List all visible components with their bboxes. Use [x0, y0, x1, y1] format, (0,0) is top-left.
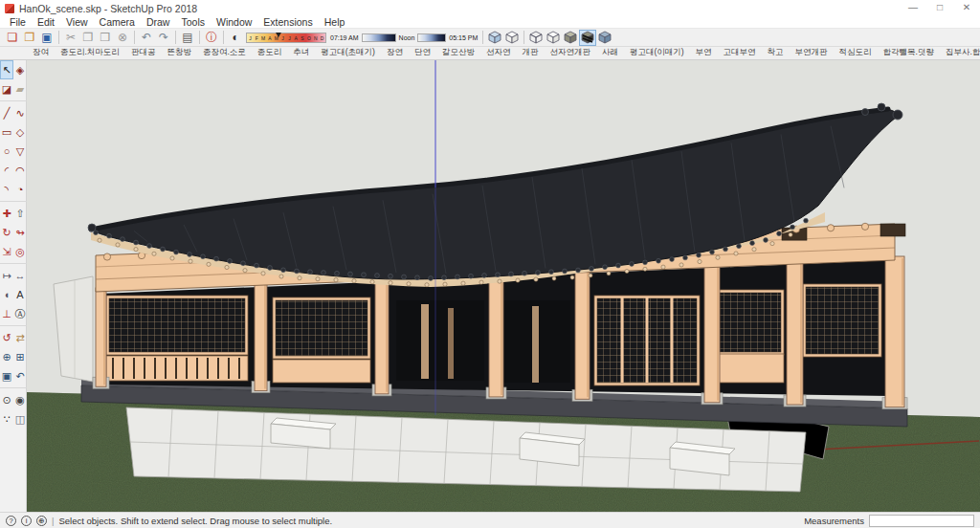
rectangle-tool[interactable]: ▭ — [0, 122, 13, 142]
time-slider-track-2[interactable] — [417, 33, 446, 42]
scene-tab[interactable]: 추녀 — [287, 47, 315, 59]
scene-tab[interactable]: 평고대(이매기) — [624, 47, 690, 59]
face-style-hidden-line-button[interactable] — [545, 30, 562, 46]
eraser-tool[interactable]: ▰ — [13, 79, 27, 99]
zoom-tool[interactable]: ⊕ — [0, 347, 13, 366]
scene-tab[interactable]: 종도리 — [252, 47, 288, 59]
geolocation-globe-icon[interactable]: ⊕ — [36, 516, 47, 526]
position-camera-tool[interactable]: ⊙ — [0, 390, 13, 409]
scene-tab[interactable]: 종장여.소로 — [197, 47, 252, 59]
cut-button[interactable]: ✂ — [62, 30, 79, 46]
maximize-button[interactable]: □ — [926, 0, 953, 16]
walk-tool[interactable]: ∵ — [0, 409, 13, 429]
orbit-tool[interactable]: ↺ — [0, 328, 13, 347]
offset-tool[interactable]: ◎ — [13, 242, 27, 261]
scene-tab[interactable]: 판대공 — [125, 47, 162, 59]
previous-tool[interactable]: ↶ — [13, 366, 27, 385]
copy-button[interactable]: ❐ — [79, 30, 97, 46]
new-button[interactable]: ❏ — [4, 30, 21, 46]
model-info-button[interactable]: ⓘ — [203, 30, 220, 46]
close-button[interactable]: ✕ — [953, 0, 980, 16]
info-circle-icon[interactable]: i — [21, 516, 32, 526]
select-tool[interactable]: ↖ — [0, 60, 13, 79]
scene-tab[interactable]: 선자연개판 — [544, 47, 596, 59]
scene-tab[interactable]: 고대부연 — [718, 47, 762, 59]
pie-tool[interactable]: ◔ — [13, 180, 27, 199]
make-component-tool[interactable]: ◈ — [13, 60, 27, 79]
paint-bucket-tool[interactable]: ◪ — [0, 79, 13, 99]
menu-view[interactable]: View — [60, 16, 94, 28]
menu-draw[interactable]: Draw — [141, 16, 176, 28]
face-style-monochrome-button[interactable] — [596, 30, 613, 46]
menu-tools[interactable]: Tools — [175, 16, 211, 28]
follow-me-tool[interactable]: ↬ — [13, 223, 27, 242]
print-button[interactable]: ▤ — [179, 30, 196, 46]
pan-tool[interactable]: ⇄ — [13, 328, 27, 347]
scene-tab[interactable]: 선자연 — [480, 47, 517, 59]
save-button[interactable]: ▣ — [38, 30, 56, 46]
tape-measure-tool[interactable]: ↦ — [0, 266, 13, 285]
move-tool[interactable]: ✚ — [0, 204, 13, 223]
scene-tab[interactable]: 합각뺄목.덧량 — [878, 47, 940, 59]
erase-button[interactable]: ⊗ — [114, 30, 131, 46]
scene-tab[interactable]: 부연 — [690, 47, 718, 59]
3d-text-tool[interactable]: Ⓐ — [13, 304, 27, 323]
minimize-button[interactable]: — — [900, 0, 926, 16]
text-tool[interactable]: A — [13, 285, 27, 304]
rotate-tool[interactable]: ↻ — [0, 223, 13, 242]
scale-tool[interactable]: ⇲ — [0, 242, 13, 261]
dimension-tool[interactable]: ↔ — [13, 266, 27, 285]
3d-viewport[interactable] — [27, 60, 980, 512]
polygon-tool[interactable]: ▽ — [13, 142, 27, 161]
freehand-tool[interactable]: ∿ — [13, 103, 27, 122]
section-plane-tool[interactable]: ◫ — [13, 409, 27, 429]
undo-button[interactable]: ↶ — [138, 30, 155, 46]
scene-tab[interactable]: 종도리.처마도리 — [55, 47, 125, 59]
measurements-input[interactable] — [869, 515, 974, 527]
protractor-tool[interactable]: ◖ — [0, 285, 13, 304]
3-point-arc-tool[interactable]: ◝ — [0, 180, 13, 199]
menu-edit[interactable]: Edit — [32, 16, 60, 28]
scene-tab[interactable]: 단연 — [409, 47, 436, 59]
menu-camera[interactable]: Camera — [94, 16, 141, 28]
scene-tab[interactable]: 평고대(초매기) — [315, 47, 381, 59]
scene-tab[interactable]: 부연개판 — [790, 47, 834, 59]
menu-file[interactable]: File — [4, 16, 32, 28]
redo-button[interactable]: ↷ — [155, 30, 172, 46]
scene-tab[interactable]: 뜬창방 — [161, 47, 197, 59]
shadow-toggle-button[interactable]: ◐ — [227, 30, 244, 46]
scene-tab[interactable]: 사래 — [596, 47, 624, 59]
scene-tab[interactable]: 장여 — [27, 47, 55, 59]
face-style-wireframe-button[interactable] — [527, 30, 545, 46]
menu-help[interactable]: Help — [319, 16, 351, 28]
open-button[interactable]: ❐ — [21, 30, 38, 46]
face-style-x-ray-button[interactable] — [486, 30, 503, 46]
rotated-rectangle-tool[interactable]: ◇ — [13, 122, 27, 142]
shadow-time-slider[interactable]: 07:19 AM Noon 05:15 PM — [330, 33, 478, 42]
scene-tab[interactable]: 착고 — [762, 47, 790, 59]
scene-tab[interactable]: 개판 — [516, 47, 544, 59]
line-tool[interactable]: ╱ — [0, 103, 13, 122]
zoom-extents-tool[interactable]: ▣ — [0, 366, 13, 385]
paste-button[interactable]: ❒ — [97, 30, 114, 46]
scene-tab[interactable]: 장연 — [381, 47, 409, 59]
scene-tab[interactable]: 적심도리 — [834, 47, 878, 59]
axes-tool[interactable]: ⊥ — [0, 304, 13, 323]
help-circle-icon[interactable]: ? — [6, 516, 16, 526]
push-pull-tool[interactable]: ⇧ — [13, 204, 27, 223]
circle-tool[interactable]: ○ — [0, 142, 13, 161]
look-around-tool[interactable]: ◉ — [13, 390, 27, 409]
date-slider-handle[interactable] — [276, 33, 281, 37]
menu-extensions[interactable]: Extensions — [257, 16, 318, 28]
face-style-shaded-with-textures-button[interactable] — [579, 30, 596, 46]
zoom-window-tool[interactable]: ⊞ — [13, 347, 27, 366]
scene-tab[interactable]: 집부사.합각부단연 — [940, 47, 980, 59]
2-point-arc-tool[interactable]: ◠ — [13, 161, 27, 180]
shadow-date-slider[interactable]: JFMAMJJASOND — [246, 33, 326, 43]
time-slider-track[interactable] — [362, 33, 396, 42]
face-style-back-edges-button[interactable] — [503, 30, 521, 46]
scene-tab[interactable]: 갈모산방 — [436, 47, 480, 59]
face-style-shaded-button[interactable] — [562, 30, 579, 46]
arc-tool[interactable]: ◜ — [0, 161, 13, 180]
menu-window[interactable]: Window — [211, 16, 257, 28]
